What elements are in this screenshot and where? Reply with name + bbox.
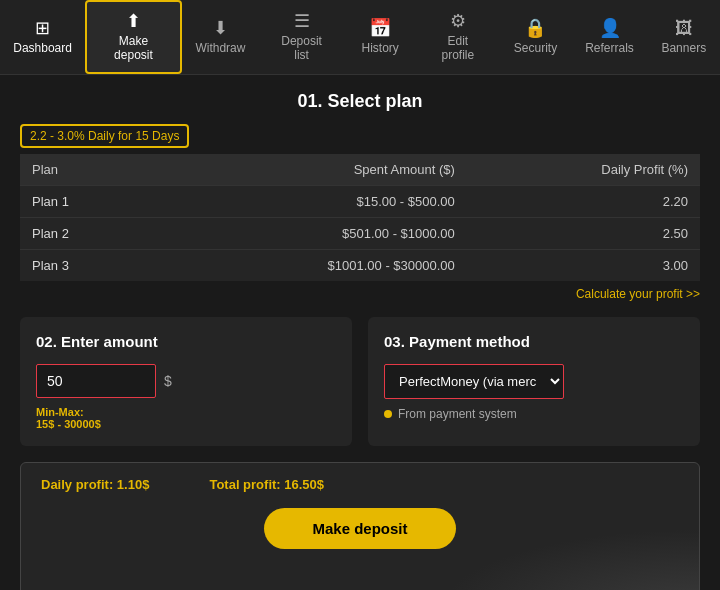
total-profit-item: Total profit: 16.50$ xyxy=(209,477,324,492)
nav-icon-referrals: 👤 xyxy=(599,19,621,37)
nav-label-banners: Banners xyxy=(661,41,706,55)
payment-suffix: method xyxy=(472,333,530,350)
enter-amount-box: 02. Enter amount $ Min-Max: 15$ - 30000$ xyxy=(20,317,352,446)
nav-label-security: Security xyxy=(514,41,557,55)
nav-item-history[interactable]: 📅History xyxy=(344,0,416,74)
summary-profits: Daily profit: 1.10$ Total profit: 16.50$ xyxy=(41,477,679,492)
nav-item-dashboard[interactable]: ⊞Dashboard xyxy=(0,0,85,74)
nav-item-banners[interactable]: 🖼Banners xyxy=(648,0,720,74)
plan-range: $1001.00 - $30000.00 xyxy=(148,250,467,282)
table-row[interactable]: Plan 3 $1001.00 - $30000.00 3.00 xyxy=(20,250,700,282)
table-row[interactable]: Plan 2 $501.00 - $1000.00 2.50 xyxy=(20,218,700,250)
payment-title: 03. Payment method xyxy=(384,333,684,350)
main-content: 01. Select plan 2.2 - 3.0% Daily for 15 … xyxy=(0,75,720,590)
plan-range: $501.00 - $1000.00 xyxy=(148,218,467,250)
plan-name: Plan 3 xyxy=(20,250,148,282)
payment-bold: Payment xyxy=(409,333,472,350)
nav-label-make-deposit: Make deposit xyxy=(101,34,166,62)
plan-profit: 3.00 xyxy=(467,250,700,282)
amount-input[interactable] xyxy=(36,364,156,398)
nav-label-deposit-list: Deposit list xyxy=(275,34,328,62)
nav-icon-history: 📅 xyxy=(369,19,391,37)
select-plan-title: 01. Select plan xyxy=(20,91,700,112)
select-plan-section: 01. Select plan 2.2 - 3.0% Daily for 15 … xyxy=(20,91,700,301)
payment-from: From payment system xyxy=(384,407,684,421)
nav-icon-withdraw: ⬇ xyxy=(213,19,228,37)
title-prefix: 01. xyxy=(297,91,322,111)
nav-item-referrals[interactable]: 👤Referrals xyxy=(571,0,647,74)
summary-bg xyxy=(439,529,699,590)
plan-name: Plan 2 xyxy=(20,218,148,250)
nav-label-edit-profile: Edit profile xyxy=(432,34,483,62)
minmax-value: 15$ - 30000$ xyxy=(36,418,101,430)
nav-label-withdraw: Withdraw xyxy=(195,41,245,55)
nav-label-dashboard: Dashboard xyxy=(13,41,72,55)
nav-item-make-deposit[interactable]: ⬆Make deposit xyxy=(85,0,182,74)
plan-profit: 2.20 xyxy=(467,186,700,218)
calculate-link[interactable]: Calculate your profit >> xyxy=(20,287,700,301)
from-label: From payment system xyxy=(398,407,517,421)
minmax-text: Min-Max: 15$ - 30000$ xyxy=(36,406,336,430)
nav-icon-security: 🔒 xyxy=(524,19,546,37)
bottom-row: 02. Enter amount $ Min-Max: 15$ - 30000$… xyxy=(20,317,700,446)
plan-name: Plan 1 xyxy=(20,186,148,218)
nav-item-deposit-list[interactable]: ☰Deposit list xyxy=(259,0,344,74)
payment-method-box: 03. Payment method PerfectMoney (via mer… xyxy=(368,317,700,446)
plan-table: Plan Spent Amount ($) Daily Profit (%) P… xyxy=(20,154,700,281)
make-deposit-button[interactable]: Make deposit xyxy=(264,508,455,549)
amount-input-row: $ xyxy=(36,364,336,398)
nav-item-withdraw[interactable]: ⬇Withdraw xyxy=(182,0,259,74)
col-plan: Plan xyxy=(20,154,148,186)
col-profit: Daily Profit (%) xyxy=(467,154,700,186)
summary-area: Daily profit: 1.10$ Total profit: 16.50$… xyxy=(20,462,700,590)
col-spent: Spent Amount ($) xyxy=(148,154,467,186)
payment-select[interactable]: PerfectMoney (via merc...BitcoinEthereum xyxy=(384,364,564,399)
nav-icon-dashboard: ⊞ xyxy=(35,19,50,37)
minmax-label: Min-Max: xyxy=(36,406,84,418)
nav-icon-deposit-list: ☰ xyxy=(294,12,310,30)
nav-label-referrals: Referrals xyxy=(585,41,634,55)
plan-profit: 2.50 xyxy=(467,218,700,250)
daily-profit-item: Daily profit: 1.10$ xyxy=(41,477,149,492)
nav-item-edit-profile[interactable]: ⚙Edit profile xyxy=(416,0,499,74)
dollar-sign: $ xyxy=(164,373,172,389)
nav-icon-edit-profile: ⚙ xyxy=(450,12,466,30)
daily-profit-label: Daily profit: xyxy=(41,477,113,492)
payment-prefix: 03. xyxy=(384,333,405,350)
plan-badge: 2.2 - 3.0% Daily for 15 Days xyxy=(20,124,189,148)
title-suffix: plan xyxy=(381,91,423,111)
total-profit-label: Total profit: xyxy=(209,477,280,492)
amount-bold: Enter xyxy=(61,333,99,350)
amount-prefix: 02. xyxy=(36,333,57,350)
plan-range: $15.00 - $500.00 xyxy=(148,186,467,218)
enter-amount-title: 02. Enter amount xyxy=(36,333,336,350)
navigation: ⊞Dashboard⬆Make deposit⬇Withdraw☰Deposit… xyxy=(0,0,720,75)
nav-label-history: History xyxy=(361,41,398,55)
total-profit-value: 16.50$ xyxy=(284,477,324,492)
table-row[interactable]: Plan 1 $15.00 - $500.00 2.20 xyxy=(20,186,700,218)
nav-icon-make-deposit: ⬆ xyxy=(126,12,141,30)
nav-icon-banners: 🖼 xyxy=(675,19,693,37)
daily-profit-value: 1.10$ xyxy=(117,477,150,492)
title-bold: Select xyxy=(327,91,380,111)
nav-item-security[interactable]: 🔒Security xyxy=(499,0,571,74)
amount-suffix: amount xyxy=(99,333,157,350)
dot-icon xyxy=(384,410,392,418)
